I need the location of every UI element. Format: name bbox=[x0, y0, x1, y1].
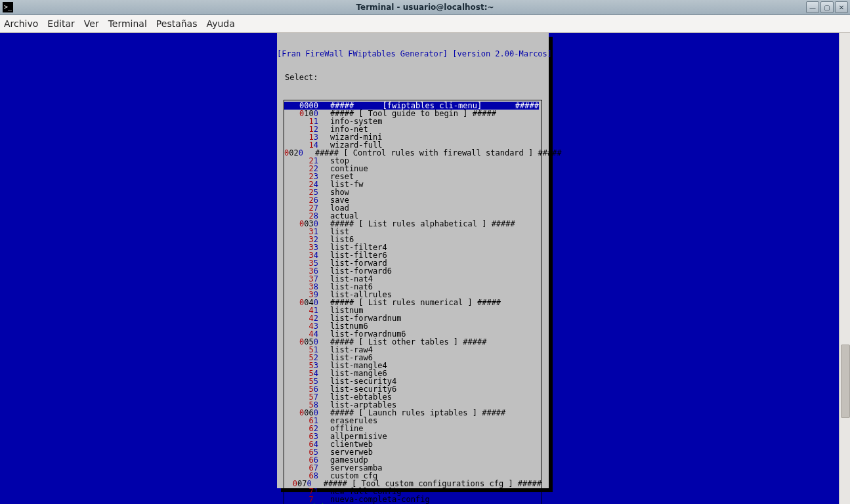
window-titlebar: >_ Terminal - usuario@localhost:~ — ▢ ✕ bbox=[0, 0, 850, 15]
menu-item-terminal[interactable]: Terminal bbox=[108, 18, 147, 29]
terminal-scrollbar[interactable] bbox=[839, 33, 850, 504]
window-title: Terminal - usuario@localhost:~ bbox=[0, 3, 850, 12]
option-label: nueva-completa-config bbox=[321, 495, 430, 504]
dialog-header: [Fran FireWall FWiptables Generator] [ve… bbox=[277, 49, 549, 58]
menu-item-pestañas[interactable]: Pestañas bbox=[156, 18, 198, 29]
dialog-select-label: Select: bbox=[277, 74, 549, 81]
terminal-area: [Fran FireWall FWiptables Generator] [ve… bbox=[0, 33, 850, 504]
menu-item-ayuda[interactable]: Ayuda bbox=[207, 18, 235, 29]
minimize-button[interactable]: — bbox=[806, 1, 819, 13]
menu-item-ver[interactable]: Ver bbox=[84, 18, 99, 29]
menu-item-editar[interactable]: Editar bbox=[47, 18, 74, 29]
option-label: ##### [ List rules alphabetical ] ##### bbox=[321, 219, 515, 228]
close-button[interactable]: ✕ bbox=[835, 1, 848, 13]
terminal-icon-glyph: >_ bbox=[4, 4, 12, 10]
dialog-list-frame: 0000##### [fwiptables cli-menu] #####010… bbox=[284, 100, 542, 504]
dialog-box: [Fran FireWall FWiptables Generator] [ve… bbox=[277, 33, 549, 488]
window-buttons: — ▢ ✕ bbox=[806, 1, 850, 13]
maximize-button[interactable]: ▢ bbox=[820, 1, 834, 13]
terminal-content[interactable]: [Fran FireWall FWiptables Generator] [ve… bbox=[0, 33, 839, 504]
terminal-icon: >_ bbox=[3, 2, 13, 12]
scrollbar-thumb[interactable] bbox=[841, 345, 850, 418]
menubar: ArchivoEditarVerTerminalPestañasAyuda bbox=[0, 15, 850, 33]
menu-item-archivo[interactable]: Archivo bbox=[4, 18, 38, 29]
option-number: 0020 bbox=[284, 149, 306, 157]
